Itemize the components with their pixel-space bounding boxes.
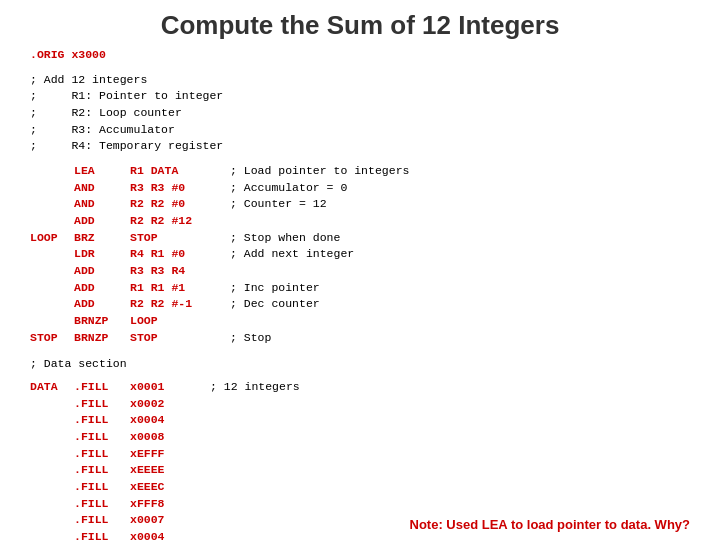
- code-line: LDRR4 R1 #0; Add next integer: [30, 246, 690, 263]
- code-line: ADDR2 R2 #-1; Dec counter: [30, 296, 690, 313]
- code-line: LOOPBRZSTOP; Stop when done: [30, 230, 690, 247]
- page-title: Compute the Sum of 12 Integers: [0, 0, 720, 47]
- data-line: .FILLxFFF8: [30, 496, 690, 513]
- data-section: DATA.FILLx0001; 12 integers.FILLx0002.FI…: [30, 379, 690, 540]
- code-line: ADDR3 R3 R4: [30, 263, 690, 280]
- comment-line: ; R3: Accumulator: [30, 122, 690, 139]
- comment-block: ; Add 12 integers; R1: Pointer to intege…: [30, 72, 690, 155]
- data-line: .FILLx0008: [30, 429, 690, 446]
- code-line: ANDR3 R3 #0; Accumulator = 0: [30, 180, 690, 197]
- data-line: .FILLx0002: [30, 396, 690, 413]
- data-line: .FILLx0004: [30, 412, 690, 429]
- data-line: .FILLxEEEE: [30, 462, 690, 479]
- code-line: STOPBRNZPSTOP; Stop: [30, 330, 690, 347]
- data-line: .FILLxEFFF: [30, 446, 690, 463]
- code-line: LEAR1 DATA; Load pointer to integers: [30, 163, 690, 180]
- code-line: ANDR2 R2 #0; Counter = 12: [30, 196, 690, 213]
- data-line: .FILLxEEEC: [30, 479, 690, 496]
- code-line: BRNZPLOOP: [30, 313, 690, 330]
- note-text: Note: Used LEA to load pointer to data. …: [410, 517, 690, 532]
- orig-directive: .ORIG x3000: [30, 47, 690, 64]
- code-line: ADDR1 R1 #1; Inc pointer: [30, 280, 690, 297]
- comment-line: ; R4: Temporary register: [30, 138, 690, 155]
- data-section-comment: ; Data section: [30, 356, 690, 373]
- data-line: DATA.FILLx0001; 12 integers: [30, 379, 690, 396]
- comment-line: ; Add 12 integers: [30, 72, 690, 89]
- code-line: ADDR2 R2 #12: [30, 213, 690, 230]
- comment-line: ; R2: Loop counter: [30, 105, 690, 122]
- code-section: LEAR1 DATA; Load pointer to integersANDR…: [30, 163, 690, 346]
- comment-line: ; R1: Pointer to integer: [30, 88, 690, 105]
